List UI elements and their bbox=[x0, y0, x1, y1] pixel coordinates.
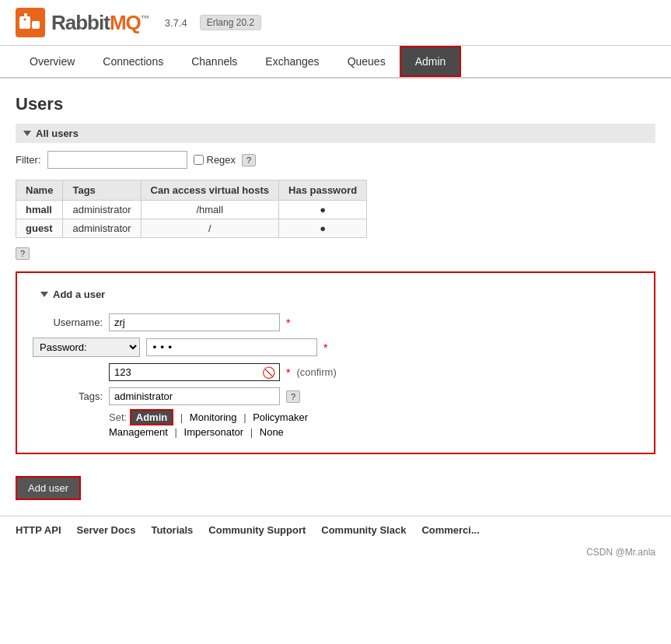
confirm-input-wrap: 🚫 bbox=[109, 363, 280, 381]
all-users-header: All users bbox=[16, 124, 655, 143]
all-users-label: All users bbox=[36, 128, 79, 139]
erlang-badge: Erlang 20.2 bbox=[200, 15, 261, 30]
filter-label: Filter: bbox=[16, 154, 41, 166]
nav-overview[interactable]: Overview bbox=[16, 47, 89, 75]
tag-monitoring[interactable]: Monitoring bbox=[190, 411, 237, 423]
password-row: Password: Hashed password: * bbox=[33, 338, 638, 357]
user-tags: administrator bbox=[63, 201, 141, 219]
username-required: * bbox=[286, 317, 290, 329]
nav-channels[interactable]: Channels bbox=[177, 47, 251, 75]
add-user-collapse-icon[interactable] bbox=[40, 292, 48, 297]
user-vhosts: / bbox=[141, 219, 278, 238]
add-user-section: Add a user Username: * Password: Hashed … bbox=[16, 271, 655, 454]
filter-input[interactable] bbox=[47, 151, 187, 169]
regex-label: Regex bbox=[194, 154, 236, 166]
table-row: guest administrator / ● bbox=[16, 219, 367, 238]
footer-tutorials[interactable]: Tutorials bbox=[151, 524, 193, 536]
logo: RabbitMQ™ 3.7.4 Erlang 20.2 bbox=[16, 8, 261, 37]
username-label: Username: bbox=[33, 317, 103, 328]
username-input[interactable] bbox=[109, 313, 280, 331]
tag-links-row2: Management | Impersonator | None bbox=[109, 426, 638, 438]
all-users-section: All users Filter: Regex ? Name Tags Can … bbox=[16, 124, 655, 259]
svg-rect-1 bbox=[32, 21, 40, 29]
col-name: Name bbox=[16, 180, 63, 201]
col-vhosts: Can access virtual hosts bbox=[141, 180, 278, 201]
add-user-label: Add a user bbox=[53, 289, 105, 300]
tags-help-button[interactable]: ? bbox=[286, 390, 300, 403]
confirm-input[interactable] bbox=[109, 363, 280, 381]
svg-point-3 bbox=[24, 19, 26, 21]
nav-connections[interactable]: Connections bbox=[89, 47, 177, 75]
logo-text: RabbitMQ™ bbox=[51, 11, 149, 35]
confirm-row: 🚫 * (confirm) bbox=[109, 363, 638, 381]
users-table: Name Tags Can access virtual hosts Has p… bbox=[16, 180, 367, 238]
col-tags: Tags bbox=[63, 180, 141, 201]
tag-admin[interactable]: Admin bbox=[130, 409, 173, 425]
tag-management[interactable]: Management bbox=[109, 426, 168, 438]
footer: HTTP API Server Docs Tutorials Community… bbox=[0, 516, 671, 544]
user-name[interactable]: guest bbox=[16, 219, 63, 238]
main-content: Users All users Filter: Regex ? Name Tag… bbox=[0, 79, 671, 516]
rabbitmq-logo-icon bbox=[16, 8, 45, 37]
col-password: Has password bbox=[279, 180, 367, 201]
footer-community-slack[interactable]: Community Slack bbox=[321, 524, 406, 536]
footer-http-api[interactable]: HTTP API bbox=[16, 524, 61, 536]
collapse-icon[interactable] bbox=[23, 131, 31, 136]
filter-row: Filter: Regex ? bbox=[16, 151, 655, 169]
tag-impersonator[interactable]: Impersonator bbox=[184, 426, 244, 438]
nav-queues[interactable]: Queues bbox=[334, 47, 400, 75]
footer-community-support[interactable]: Community Support bbox=[208, 524, 306, 536]
user-vhosts: /hmall bbox=[141, 201, 278, 219]
add-user-button[interactable]: Add user bbox=[16, 476, 81, 500]
tag-policymaker[interactable]: Policymaker bbox=[253, 411, 308, 423]
table-row: hmall administrator /hmall ● bbox=[16, 201, 367, 219]
username-row: Username: * bbox=[33, 313, 638, 331]
regex-checkbox[interactable] bbox=[194, 155, 204, 165]
tags-label: Tags: bbox=[33, 390, 103, 402]
filter-help-button[interactable]: ? bbox=[242, 154, 256, 166]
user-name[interactable]: hmall bbox=[16, 201, 63, 219]
footer-server-docs[interactable]: Server Docs bbox=[77, 524, 136, 536]
tag-links: Set: Admin | Monitoring | Policymaker bbox=[109, 411, 638, 423]
header: RabbitMQ™ 3.7.4 Erlang 20.2 bbox=[0, 0, 671, 46]
footer-credit: CSDN @Mr.anla bbox=[0, 544, 671, 564]
user-tags: administrator bbox=[63, 219, 141, 238]
confirm-required: * bbox=[286, 366, 290, 379]
user-has-password: ● bbox=[279, 201, 367, 219]
page-title: Users bbox=[16, 94, 655, 114]
add-user-header: Add a user bbox=[33, 285, 638, 304]
table-help-button[interactable]: ? bbox=[16, 247, 30, 260]
show-password-icon[interactable]: 🚫 bbox=[262, 366, 275, 379]
password-type-select[interactable]: Password: Hashed password: bbox=[33, 338, 140, 357]
tag-none[interactable]: None bbox=[260, 426, 284, 438]
user-has-password: ● bbox=[279, 219, 367, 238]
version-badge: 3.7.4 bbox=[165, 17, 187, 29]
nav-admin[interactable]: Admin bbox=[400, 46, 462, 77]
footer-commercial[interactable]: Commerci... bbox=[421, 524, 479, 536]
password-input[interactable] bbox=[146, 338, 317, 356]
nav-exchanges[interactable]: Exchanges bbox=[251, 47, 333, 75]
password-required: * bbox=[323, 341, 327, 354]
confirm-label: (confirm) bbox=[296, 366, 336, 378]
set-label: Set: bbox=[109, 411, 127, 423]
tags-row: Tags: ? bbox=[33, 387, 638, 405]
tags-input[interactable] bbox=[109, 387, 280, 405]
main-nav: Overview Connections Channels Exchanges … bbox=[0, 46, 671, 79]
